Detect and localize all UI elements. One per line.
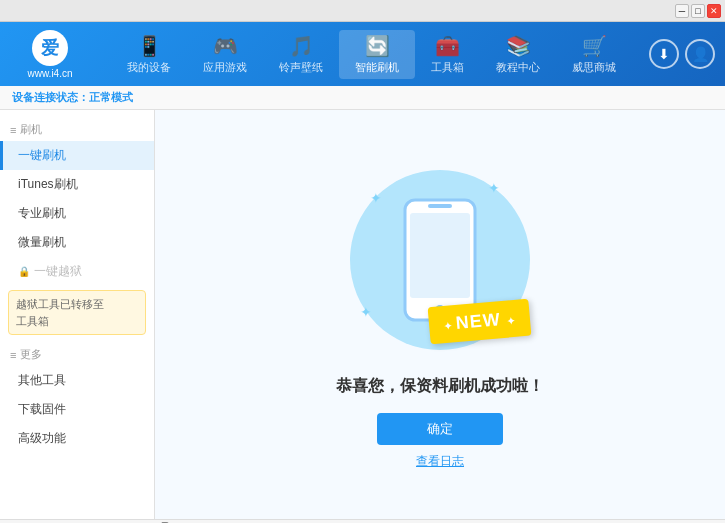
minimize-btn[interactable]: ─ [675,4,689,18]
header-right: ⬇ 👤 [643,39,725,69]
tutorial-icon: 📚 [506,34,531,58]
nav-tutorial[interactable]: 📚 教程中心 [480,30,556,79]
more-section-label: 更多 [20,347,42,362]
download-btn[interactable]: ⬇ [649,39,679,69]
status-label: 设备连接状态： [12,91,89,103]
close-btn[interactable]: ✕ [707,4,721,18]
sidebar-section-more: ≡ 更多 [0,339,154,366]
success-message: 恭喜您，保资料刷机成功啦！ [336,376,544,397]
nav-smart-flash-label: 智能刷机 [355,60,399,75]
jailbreak-notice: 越狱工具已转移至工具箱 [8,290,146,335]
one-key-flash-label: 一键刷机 [18,148,66,162]
sparkle-1: ✦ [370,190,382,206]
nav-ringtones[interactable]: 🎵 铃声壁纸 [263,30,339,79]
status-value: 正常模式 [89,91,133,103]
ringtones-icon: 🎵 [289,34,314,58]
history-link[interactable]: 查看日志 [416,453,464,470]
smart-flash-icon: 🔄 [365,34,390,58]
sidebar-item-pro-flash[interactable]: 专业刷机 [0,199,154,228]
flash-section-icon: ≡ [10,124,16,136]
new-badge-text: NEW [455,309,502,333]
apps-games-icon: 🎮 [213,34,238,58]
nav-my-device[interactable]: 📱 我的设备 [111,30,187,79]
bottom-bar: 自动奥送 跳过向导 📱 iPhone 12 mini 64GB Down-12m… [0,519,725,523]
more-section-icon: ≡ [10,349,16,361]
toolbox-icon: 🧰 [435,34,460,58]
sidebar-item-micro-flash[interactable]: 微量刷机 [0,228,154,257]
svg-rect-1 [410,213,470,298]
header: 爱 www.i4.cn 📱 我的设备 🎮 应用游戏 🎵 铃声壁纸 🔄 智能刷机 … [0,22,725,86]
nav-toolbox-label: 工具箱 [431,60,464,75]
nav-smart-flash[interactable]: 🔄 智能刷机 [339,30,415,79]
flash-section-label: 刷机 [20,122,42,137]
sparkle-3: ✦ [360,304,372,320]
jailbreak-notice-text: 越狱工具已转移至工具箱 [16,298,104,327]
sidebar-item-one-key-flash[interactable]: 一键刷机 [0,141,154,170]
status-bar-top: 设备连接状态：正常模式 [0,86,725,110]
lock-icon: 🔒 [18,266,30,277]
main-layout: ≡ 刷机 一键刷机 iTunes刷机 专业刷机 微量刷机 🔒 一键越狱 越狱工具… [0,110,725,519]
nav-apps-games-label: 应用游戏 [203,60,247,75]
maximize-btn[interactable]: □ [691,4,705,18]
sidebar-item-download-fw[interactable]: 下载固件 [0,395,154,424]
nav-tutorial-label: 教程中心 [496,60,540,75]
phone-circle: ✦ ✦ ✦ NEW [350,170,530,350]
logo-icon: 爱 [32,30,68,66]
micro-flash-label: 微量刷机 [18,235,66,249]
sidebar-section-flash: ≡ 刷机 [0,114,154,141]
jailbreak-label: 一键越狱 [34,263,82,280]
confirm-button[interactable]: 确定 [377,413,503,445]
nav-weisi-store[interactable]: 🛒 威思商城 [556,30,632,79]
title-bar: ─ □ ✕ [0,0,725,22]
nav-bar: 📱 我的设备 🎮 应用游戏 🎵 铃声壁纸 🔄 智能刷机 🧰 工具箱 📚 教程中心… [100,30,643,79]
sparkle-2: ✦ [488,180,500,196]
success-illustration: ✦ ✦ ✦ NEW [340,160,540,360]
nav-apps-games[interactable]: 🎮 应用游戏 [187,30,263,79]
itunes-flash-label: iTunes刷机 [18,177,78,191]
nav-my-device-label: 我的设备 [127,60,171,75]
sidebar-item-other-tools[interactable]: 其他工具 [0,366,154,395]
svg-rect-3 [428,204,452,208]
pro-flash-label: 专业刷机 [18,206,66,220]
nav-ringtones-label: 铃声壁纸 [279,60,323,75]
sidebar-item-advanced[interactable]: 高级功能 [0,424,154,453]
nav-toolbox[interactable]: 🧰 工具箱 [415,30,480,79]
sidebar-section-jailbreak: 🔒 一键越狱 [0,257,154,286]
user-btn[interactable]: 👤 [685,39,715,69]
advanced-label: 高级功能 [18,431,66,445]
sidebar-item-itunes-flash[interactable]: iTunes刷机 [0,170,154,199]
download-fw-label: 下载固件 [18,402,66,416]
content-area: ✦ ✦ ✦ NEW 恭喜您，保资料刷机成功啦！ 确定 查看日志 [155,110,725,519]
sidebar: ≡ 刷机 一键刷机 iTunes刷机 专业刷机 微量刷机 🔒 一键越狱 越狱工具… [0,110,155,519]
weisi-store-icon: 🛒 [582,34,607,58]
logo-site: www.i4.cn [27,68,72,79]
nav-weisi-store-label: 威思商城 [572,60,616,75]
new-badge: NEW [428,298,532,344]
logo-area: 爱 www.i4.cn [0,30,100,79]
other-tools-label: 其他工具 [18,373,66,387]
my-device-icon: 📱 [137,34,162,58]
